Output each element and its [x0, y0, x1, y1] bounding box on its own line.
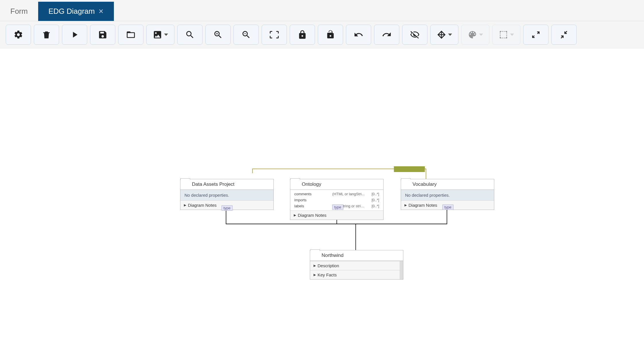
- chevron-right-icon: ▶: [184, 203, 186, 207]
- edge-label-type: type: [221, 205, 233, 211]
- undo-icon: [354, 30, 363, 40]
- node-ontology[interactable]: Ontology comments (HTML or langStri... […: [290, 179, 384, 220]
- undo-button[interactable]: [346, 25, 371, 45]
- tab-edg-diagram[interactable]: EDG Diagram ✕: [38, 2, 114, 21]
- node-title: Vocabulary: [401, 179, 494, 190]
- section-label: Diagram Notes: [188, 203, 217, 208]
- delete-button[interactable]: [34, 25, 59, 45]
- selection-icon: [499, 30, 508, 40]
- close-icon[interactable]: ✕: [98, 8, 104, 15]
- node-northwind[interactable]: Northwind ▶ Description ▶ Key Facts: [310, 250, 403, 280]
- zoom-in-icon: [213, 30, 223, 40]
- move-button[interactable]: [430, 25, 458, 45]
- zoom-out-button[interactable]: [234, 25, 259, 45]
- chevron-down-icon: [164, 34, 168, 36]
- chevron-down-icon: [510, 34, 514, 36]
- palette-icon: [468, 30, 477, 40]
- redo-icon: [382, 30, 392, 40]
- prop-card: [0..*]: [368, 197, 379, 203]
- property-row: comments (HTML or langStri... [0..*]: [294, 191, 379, 197]
- tabs-bar: Form EDG Diagram ✕: [0, 0, 644, 21]
- node-notch: [180, 178, 190, 179]
- section-label: Description: [318, 263, 339, 268]
- prop-card: [0..*]: [368, 191, 379, 197]
- chevron-right-icon: ▶: [404, 203, 407, 207]
- prop-card: [0..*]: [368, 203, 379, 209]
- selection-button: [492, 25, 520, 45]
- chevron-down-icon: [479, 34, 483, 36]
- chevron-right-icon: ▶: [314, 273, 316, 277]
- palette-button: [461, 25, 489, 45]
- node-title: Northwind: [310, 250, 403, 261]
- property-row: imports [0..*]: [294, 197, 379, 203]
- fullscreen-button[interactable]: [523, 25, 548, 45]
- chevron-down-icon: [448, 34, 452, 36]
- save-button[interactable]: [90, 25, 115, 45]
- toolbar: [0, 21, 644, 48]
- tab-form[interactable]: Form: [0, 2, 38, 21]
- lock-button[interactable]: [290, 25, 315, 45]
- open-button[interactable]: [118, 25, 143, 45]
- tab-form-label: Form: [10, 7, 28, 16]
- folder-open-icon: [126, 30, 136, 40]
- prop-name: imports: [294, 197, 330, 203]
- lock-icon: [297, 30, 307, 40]
- search-icon: [185, 30, 195, 40]
- expand-icon: [531, 30, 541, 40]
- zoom-out-icon: [241, 30, 251, 40]
- eye-off-icon: [410, 30, 420, 40]
- node-section-diagram-notes[interactable]: ▶ Diagram Notes: [290, 210, 383, 220]
- node-notch: [290, 178, 300, 179]
- section-label: Key Facts: [318, 272, 337, 277]
- fit-screen-icon: [269, 30, 279, 40]
- node-title: Ontology: [290, 179, 383, 190]
- node-section-key-facts[interactable]: ▶ Key Facts: [310, 270, 403, 279]
- association-tag[interactable]: [394, 166, 425, 172]
- zoom-in-button[interactable]: [205, 25, 231, 45]
- prop-name: labels: [294, 203, 330, 209]
- exit-fullscreen-button[interactable]: [551, 25, 577, 45]
- chevron-right-icon: ▶: [314, 264, 316, 268]
- export-image-button[interactable]: [146, 25, 174, 45]
- node-title: Data Assets Project: [180, 179, 273, 190]
- fit-screen-button[interactable]: [262, 25, 287, 45]
- node-notch: [401, 178, 411, 179]
- node-body: No declared properties.: [180, 190, 273, 200]
- prop-name: comments: [294, 191, 330, 197]
- gear-icon: [13, 30, 23, 40]
- node-body: No declared properties.: [401, 190, 494, 200]
- unlock-icon: [326, 30, 335, 40]
- diagram-canvas[interactable]: Data Assets Project No declared properti…: [0, 48, 644, 363]
- hide-button[interactable]: [402, 25, 427, 45]
- play-icon: [70, 30, 79, 40]
- collapse-icon: [559, 30, 569, 40]
- edge-label-type: type: [442, 204, 454, 210]
- search-button[interactable]: [177, 25, 203, 45]
- chevron-right-icon: ▶: [294, 213, 296, 217]
- image-icon: [153, 30, 162, 40]
- prop-type: [332, 197, 365, 203]
- edge-label-type: type: [332, 204, 343, 210]
- node-notch: [310, 249, 320, 251]
- save-icon: [98, 30, 108, 40]
- play-button[interactable]: [62, 25, 87, 45]
- redo-button[interactable]: [374, 25, 399, 45]
- tab-edg-label: EDG Diagram: [48, 7, 95, 16]
- prop-type: (HTML or langStri...: [332, 191, 365, 197]
- move-icon: [437, 30, 446, 40]
- unlock-button[interactable]: [318, 25, 343, 45]
- node-section-description[interactable]: ▶ Description: [310, 261, 403, 270]
- section-label: Diagram Notes: [298, 213, 326, 218]
- settings-button[interactable]: [6, 25, 31, 45]
- trash-icon: [42, 30, 51, 40]
- section-label: Diagram Notes: [408, 203, 437, 208]
